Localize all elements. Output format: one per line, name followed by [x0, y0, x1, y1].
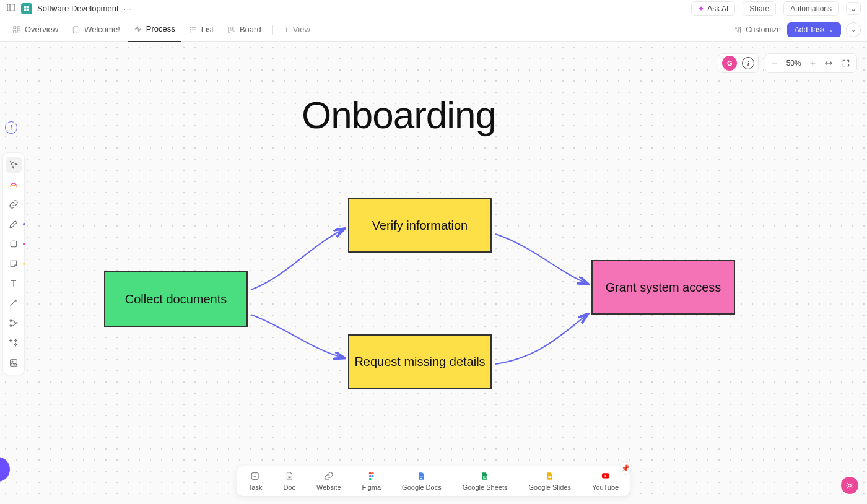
- task-icon: [250, 471, 260, 481]
- svg-rect-29: [11, 241, 16, 246]
- dock-youtube[interactable]: YouTube: [592, 471, 619, 491]
- doc-icon: [284, 471, 294, 481]
- svg-rect-17: [231, 27, 233, 30]
- more-menu-icon[interactable]: ···: [124, 4, 133, 14]
- svg-point-22: [738, 30, 739, 32]
- dock-youtube-label: YouTube: [592, 484, 619, 491]
- svg-rect-5: [27, 9, 30, 11]
- svg-rect-18: [233, 27, 235, 32]
- youtube-icon: [601, 471, 611, 481]
- zoom-controls: − 50% +: [765, 53, 857, 73]
- shape-tool[interactable]: [6, 236, 22, 252]
- website-icon: [324, 471, 334, 481]
- node-collect-documents[interactable]: Collect documents: [104, 271, 248, 327]
- svg-point-41: [369, 472, 372, 474]
- svg-point-43: [369, 475, 372, 477]
- svg-rect-9: [17, 30, 20, 33]
- tab-board-label: Board: [240, 25, 261, 34]
- svg-point-36: [12, 361, 13, 362]
- magic-tool[interactable]: [6, 335, 22, 351]
- tab-list-label: List: [201, 25, 214, 34]
- node-request-missing-details[interactable]: Request missing details: [348, 334, 492, 389]
- svg-rect-46: [420, 476, 424, 476]
- tab-welcome-label: Welcome!: [84, 25, 120, 34]
- dock-task[interactable]: Task: [248, 471, 263, 491]
- svg-rect-8: [14, 30, 16, 33]
- sparkle-icon: ✦: [698, 4, 704, 13]
- svg-point-15: [190, 31, 190, 32]
- dock-website-label: Website: [316, 484, 341, 491]
- plus-icon: +: [284, 25, 289, 35]
- svg-point-14: [190, 29, 190, 30]
- drawing-toolbox: [2, 152, 25, 375]
- draw-tool[interactable]: [6, 216, 22, 232]
- zoom-level[interactable]: 50%: [786, 59, 801, 67]
- dock-website[interactable]: Website: [316, 471, 341, 491]
- customize-button[interactable]: Customize: [729, 25, 786, 34]
- top-more-chevron[interactable]: ⌄: [846, 2, 861, 15]
- ai-tool[interactable]: [6, 176, 22, 193]
- dock-gdocs-label: Google Docs: [402, 484, 442, 491]
- svg-rect-48: [420, 478, 422, 479]
- customize-label: Customize: [746, 25, 781, 34]
- select-tool[interactable]: [6, 157, 22, 173]
- automations-button[interactable]: Automations: [783, 1, 839, 16]
- user-avatar[interactable]: G: [722, 56, 737, 71]
- gsheets-icon: [480, 471, 490, 481]
- zoom-in-button[interactable]: +: [810, 58, 816, 69]
- share-button[interactable]: Share: [743, 1, 776, 16]
- svg-point-19: [735, 27, 736, 28]
- space-title[interactable]: Software Development: [37, 4, 119, 13]
- dock-gslides-label: Google Slides: [528, 484, 571, 491]
- mindmap-tool[interactable]: [6, 315, 22, 331]
- whiteboard-canvas[interactable]: G i − 50% + i Onboarding Collect documen…: [0, 42, 867, 504]
- add-task-label: Add Task: [795, 25, 825, 34]
- pin-dock-button[interactable]: 📌: [619, 461, 632, 475]
- svg-rect-2: [24, 6, 27, 9]
- connector-tool[interactable]: [6, 295, 22, 311]
- info-icon[interactable]: i: [742, 57, 754, 69]
- fullscreen-button[interactable]: [842, 59, 850, 67]
- zoom-out-button[interactable]: −: [772, 58, 777, 69]
- tab-overview[interactable]: Overview: [6, 17, 64, 42]
- help-bubble[interactable]: [0, 457, 10, 482]
- link-tool[interactable]: [6, 196, 22, 212]
- node-grant-system-access[interactable]: Grant system access: [591, 260, 735, 315]
- tab-overview-label: Overview: [25, 25, 58, 34]
- svg-rect-35: [11, 360, 17, 367]
- dock-task-label: Task: [248, 484, 263, 491]
- tab-board[interactable]: Board: [221, 17, 268, 42]
- dock-google-slides[interactable]: Google Slides: [528, 471, 571, 491]
- svg-rect-4: [24, 9, 27, 11]
- add-view-button[interactable]: + View: [278, 17, 316, 42]
- collapse-chevron[interactable]: ⌄: [846, 22, 861, 37]
- tab-list[interactable]: List: [183, 17, 220, 42]
- dock-google-docs[interactable]: Google Docs: [402, 471, 442, 491]
- svg-rect-47: [420, 477, 424, 477]
- sidebar-toggle-icon[interactable]: [6, 2, 16, 15]
- ai-assistant-bubble[interactable]: [841, 477, 858, 494]
- dock-figma[interactable]: Figma: [362, 471, 381, 491]
- text-tool[interactable]: [6, 276, 22, 292]
- svg-rect-0: [7, 4, 15, 11]
- add-task-button[interactable]: Add Task ⌄: [787, 22, 841, 37]
- svg-point-44: [372, 475, 374, 477]
- tab-process[interactable]: Process: [128, 17, 181, 42]
- ask-ai-button[interactable]: ✦Ask AI: [691, 1, 735, 16]
- dock-gsheets-label: Google Sheets: [463, 484, 508, 491]
- node-verify-information[interactable]: Verify information: [348, 198, 492, 253]
- sticky-tool[interactable]: [6, 256, 22, 272]
- diagram-title[interactable]: Onboarding: [302, 93, 496, 137]
- figma-icon: [367, 471, 377, 481]
- dock-doc[interactable]: Doc: [283, 471, 295, 491]
- svg-rect-3: [27, 6, 30, 9]
- dock-google-sheets[interactable]: Google Sheets: [463, 471, 508, 491]
- tab-process-label: Process: [146, 24, 175, 33]
- fit-width-button[interactable]: [824, 59, 833, 67]
- tab-welcome[interactable]: Welcome!: [66, 17, 126, 42]
- svg-rect-6: [14, 26, 16, 28]
- svg-point-45: [369, 478, 372, 480]
- canvas-info-icon[interactable]: i: [5, 121, 17, 134]
- presence-pill: G i: [718, 53, 759, 73]
- image-tool[interactable]: [6, 355, 22, 371]
